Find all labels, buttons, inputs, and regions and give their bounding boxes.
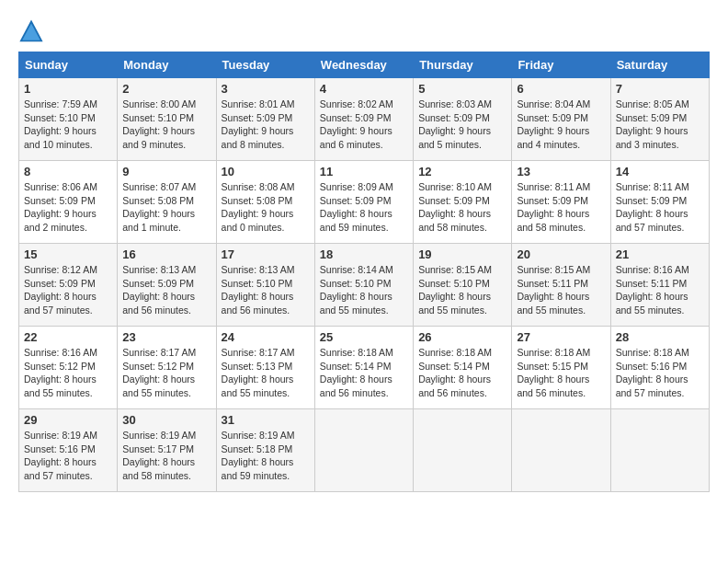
day-number: 28 xyxy=(616,330,704,344)
header-day-sunday: Sunday xyxy=(19,52,118,78)
day-number: 25 xyxy=(320,330,408,344)
day-info: Sunrise: 8:16 AMSunset: 5:11 PMDaylight:… xyxy=(616,264,689,316)
day-info: Sunrise: 8:12 AMSunset: 5:09 PMDaylight:… xyxy=(24,264,97,316)
calendar-cell: 21Sunrise: 8:16 AMSunset: 5:11 PMDayligh… xyxy=(610,244,709,327)
calendar-cell: 16Sunrise: 8:13 AMSunset: 5:09 PMDayligh… xyxy=(118,244,216,327)
calendar-cell xyxy=(610,409,709,492)
day-number: 26 xyxy=(418,330,506,344)
calendar-cell: 12Sunrise: 8:10 AMSunset: 5:09 PMDayligh… xyxy=(414,161,512,244)
day-info: Sunrise: 8:01 AMSunset: 5:09 PMDaylight:… xyxy=(222,98,295,150)
calendar-cell: 15Sunrise: 8:12 AMSunset: 5:09 PMDayligh… xyxy=(19,244,118,327)
day-info: Sunrise: 8:18 AMSunset: 5:14 PMDaylight:… xyxy=(320,347,393,398)
calendar-cell: 7Sunrise: 8:05 AMSunset: 5:09 PMDaylight… xyxy=(610,78,709,161)
day-info: Sunrise: 8:11 AMSunset: 5:09 PMDaylight:… xyxy=(517,181,590,233)
day-number: 5 xyxy=(418,82,506,96)
day-info: Sunrise: 8:17 AMSunset: 5:12 PMDaylight:… xyxy=(122,347,196,398)
day-number: 23 xyxy=(122,330,210,344)
day-info: Sunrise: 8:13 AMSunset: 5:09 PMDaylight:… xyxy=(122,264,196,316)
calendar-cell: 26Sunrise: 8:18 AMSunset: 5:14 PMDayligh… xyxy=(414,327,512,409)
day-number: 1 xyxy=(24,82,112,96)
logo-icon xyxy=(18,18,44,44)
calendar-cell: 4Sunrise: 8:02 AMSunset: 5:09 PMDaylight… xyxy=(314,78,413,161)
day-number: 10 xyxy=(222,165,310,178)
header-row: SundayMondayTuesdayWednesdayThursdayFrid… xyxy=(19,52,710,78)
day-info: Sunrise: 8:05 AMSunset: 5:09 PMDaylight:… xyxy=(616,98,689,150)
day-info: Sunrise: 8:04 AMSunset: 5:09 PMDaylight:… xyxy=(517,98,590,150)
day-number: 17 xyxy=(222,247,310,261)
header-day-saturday: Saturday xyxy=(610,52,709,78)
day-info: Sunrise: 8:06 AMSunset: 5:09 PMDaylight:… xyxy=(24,181,97,233)
header xyxy=(18,18,710,44)
day-info: Sunrise: 7:59 AMSunset: 5:10 PMDaylight:… xyxy=(24,98,97,150)
day-number: 18 xyxy=(320,247,408,261)
day-info: Sunrise: 8:07 AMSunset: 5:08 PMDaylight:… xyxy=(122,181,196,233)
day-number: 3 xyxy=(222,82,310,96)
calendar-cell: 25Sunrise: 8:18 AMSunset: 5:14 PMDayligh… xyxy=(314,327,413,409)
day-number: 22 xyxy=(24,330,112,344)
day-number: 12 xyxy=(418,165,506,178)
day-info: Sunrise: 8:13 AMSunset: 5:10 PMDaylight:… xyxy=(222,264,295,316)
day-info: Sunrise: 8:19 AMSunset: 5:16 PMDaylight:… xyxy=(24,430,97,481)
day-number: 11 xyxy=(320,165,408,178)
day-info: Sunrise: 8:02 AMSunset: 5:09 PMDaylight:… xyxy=(320,98,393,150)
day-info: Sunrise: 8:08 AMSunset: 5:08 PMDaylight:… xyxy=(222,181,295,233)
page-container: SundayMondayTuesdayWednesdayThursdayFrid… xyxy=(18,18,710,492)
calendar-cell: 10Sunrise: 8:08 AMSunset: 5:08 PMDayligh… xyxy=(216,161,314,244)
day-info: Sunrise: 8:19 AMSunset: 5:17 PMDaylight:… xyxy=(122,430,196,481)
day-number: 7 xyxy=(616,82,704,96)
day-info: Sunrise: 8:17 AMSunset: 5:13 PMDaylight:… xyxy=(222,347,295,398)
calendar-cell: 2Sunrise: 8:00 AMSunset: 5:10 PMDaylight… xyxy=(118,78,216,161)
header-day-thursday: Thursday xyxy=(414,52,512,78)
day-number: 6 xyxy=(517,82,605,96)
day-number: 4 xyxy=(320,82,408,96)
calendar-cell: 30Sunrise: 8:19 AMSunset: 5:17 PMDayligh… xyxy=(118,409,216,492)
day-number: 29 xyxy=(24,413,112,427)
logo xyxy=(18,18,48,44)
calendar-cell: 24Sunrise: 8:17 AMSunset: 5:13 PMDayligh… xyxy=(216,327,314,409)
calendar-cell xyxy=(512,409,610,492)
calendar-cell: 31Sunrise: 8:19 AMSunset: 5:18 PMDayligh… xyxy=(216,409,314,492)
day-number: 14 xyxy=(616,165,704,178)
calendar-header: SundayMondayTuesdayWednesdayThursdayFrid… xyxy=(19,52,710,78)
calendar-cell: 19Sunrise: 8:15 AMSunset: 5:10 PMDayligh… xyxy=(414,244,512,327)
week-row-1: 1Sunrise: 7:59 AMSunset: 5:10 PMDaylight… xyxy=(19,78,710,161)
day-info: Sunrise: 8:14 AMSunset: 5:10 PMDaylight:… xyxy=(320,264,393,316)
day-info: Sunrise: 8:18 AMSunset: 5:15 PMDaylight:… xyxy=(517,347,590,398)
calendar-cell: 8Sunrise: 8:06 AMSunset: 5:09 PMDaylight… xyxy=(19,161,118,244)
calendar-cell: 3Sunrise: 8:01 AMSunset: 5:09 PMDaylight… xyxy=(216,78,314,161)
day-number: 13 xyxy=(517,165,605,178)
day-info: Sunrise: 8:00 AMSunset: 5:10 PMDaylight:… xyxy=(122,98,196,150)
calendar-cell: 11Sunrise: 8:09 AMSunset: 5:09 PMDayligh… xyxy=(314,161,413,244)
day-number: 8 xyxy=(24,165,112,178)
day-number: 9 xyxy=(122,165,210,178)
calendar-cell: 13Sunrise: 8:11 AMSunset: 5:09 PMDayligh… xyxy=(512,161,610,244)
week-row-2: 8Sunrise: 8:06 AMSunset: 5:09 PMDaylight… xyxy=(19,161,710,244)
calendar-table: SundayMondayTuesdayWednesdayThursdayFrid… xyxy=(18,52,710,492)
day-info: Sunrise: 8:15 AMSunset: 5:10 PMDaylight:… xyxy=(418,264,492,316)
calendar-cell: 23Sunrise: 8:17 AMSunset: 5:12 PMDayligh… xyxy=(118,327,216,409)
week-row-5: 29Sunrise: 8:19 AMSunset: 5:16 PMDayligh… xyxy=(19,409,710,492)
day-number: 15 xyxy=(24,247,112,261)
day-info: Sunrise: 8:11 AMSunset: 5:09 PMDaylight:… xyxy=(616,181,689,233)
calendar-cell: 27Sunrise: 8:18 AMSunset: 5:15 PMDayligh… xyxy=(512,327,610,409)
day-info: Sunrise: 8:10 AMSunset: 5:09 PMDaylight:… xyxy=(418,181,492,233)
day-number: 19 xyxy=(418,247,506,261)
day-info: Sunrise: 8:19 AMSunset: 5:18 PMDaylight:… xyxy=(222,430,295,481)
calendar-cell: 1Sunrise: 7:59 AMSunset: 5:10 PMDaylight… xyxy=(19,78,118,161)
header-day-friday: Friday xyxy=(512,52,610,78)
day-number: 21 xyxy=(616,247,704,261)
calendar-cell: 29Sunrise: 8:19 AMSunset: 5:16 PMDayligh… xyxy=(19,409,118,492)
day-info: Sunrise: 8:18 AMSunset: 5:14 PMDaylight:… xyxy=(418,347,492,398)
day-info: Sunrise: 8:09 AMSunset: 5:09 PMDaylight:… xyxy=(320,181,393,233)
day-info: Sunrise: 8:16 AMSunset: 5:12 PMDaylight:… xyxy=(24,347,97,398)
calendar-cell: 18Sunrise: 8:14 AMSunset: 5:10 PMDayligh… xyxy=(314,244,413,327)
day-number: 24 xyxy=(222,330,310,344)
week-row-4: 22Sunrise: 8:16 AMSunset: 5:12 PMDayligh… xyxy=(19,327,710,409)
header-day-monday: Monday xyxy=(118,52,216,78)
day-number: 31 xyxy=(222,413,310,427)
day-info: Sunrise: 8:15 AMSunset: 5:11 PMDaylight:… xyxy=(517,264,590,316)
calendar-body: 1Sunrise: 7:59 AMSunset: 5:10 PMDaylight… xyxy=(19,78,710,492)
day-info: Sunrise: 8:03 AMSunset: 5:09 PMDaylight:… xyxy=(418,98,492,150)
calendar-cell: 14Sunrise: 8:11 AMSunset: 5:09 PMDayligh… xyxy=(610,161,709,244)
day-number: 2 xyxy=(122,82,210,96)
